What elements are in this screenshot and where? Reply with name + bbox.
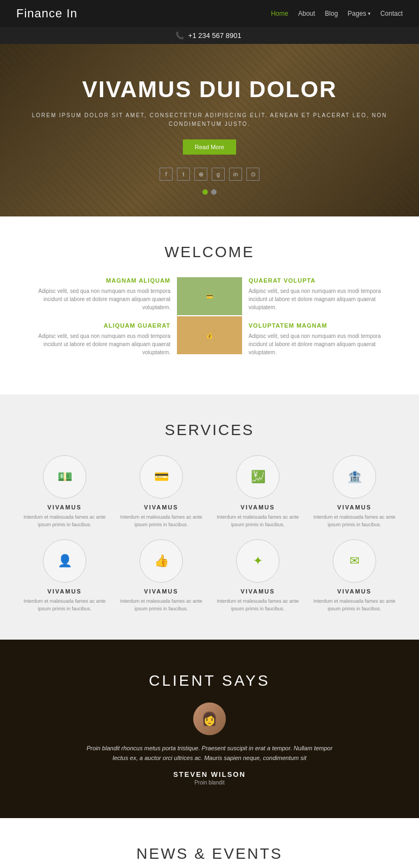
service-icon-1: 💵 — [58, 470, 72, 484]
service-label-2: VIVAMUS — [118, 504, 204, 510]
client-section: CLIENT SAYS 👩 Proin blandit rhoncus metu… — [0, 640, 419, 818]
welcome-item-1: MAGNAM ALIQUAM Adipisc velit, sed qua no… — [22, 277, 170, 311]
social-icons: f t ⊕ g in ⊙ — [22, 168, 397, 181]
welcome-item-3: QUAERAT VOLUPTA Adipisc velit, sed qua n… — [249, 277, 397, 311]
news-section: NEWS & EVENTS Nov 24 💬 2 comments ♡ 3490… — [0, 818, 419, 868]
service-circle-3: 💹 — [236, 455, 280, 499]
service-item-5: 👤 VIVAMUS Interdum et malesuada fames ac… — [22, 539, 107, 612]
welcome-item-4: VOLUPTATEM MAGNAM Adipisc velit, sed qua… — [249, 322, 397, 356]
welcome-left: MAGNAM ALIQUAM Adipisc velit, sed qua no… — [22, 277, 177, 367]
service-item-2: 💳 VIVAMUS Interdum et malesuada fames ac… — [118, 455, 204, 528]
client-avatar: 👩 — [193, 703, 226, 735]
news-title: NEWS & EVENTS — [22, 845, 397, 863]
service-label-7: VIVAMUS — [215, 588, 301, 595]
client-title: CLIENT SAYS — [22, 672, 397, 690]
service-text-6: Interdum et malesuada fames ac ante ipsu… — [118, 598, 204, 612]
services-section: SERVICES 💵 VIVAMUS Interdum et malesuada… — [0, 394, 419, 640]
service-text-3: Interdum et malesuada fames ac ante ipsu… — [215, 514, 301, 528]
nav-contact[interactable]: Contact — [380, 10, 403, 17]
service-icon-4: 🏦 — [347, 470, 362, 484]
slider-dot-2[interactable] — [211, 189, 217, 195]
service-text-7: Interdum et malesuada fames ac ante ipsu… — [215, 598, 301, 612]
phone-number: +1 234 567 8901 — [188, 31, 242, 40]
google-plus-icon[interactable]: g — [212, 168, 225, 181]
service-label-5: VIVAMUS — [22, 588, 107, 595]
service-item-7: ✦ VIVAMUS Interdum et malesuada fames ac… — [215, 539, 301, 612]
nav-blog[interactable]: Blog — [325, 10, 338, 17]
client-quote: Proin blandit rhoncus metus porta tristi… — [85, 744, 334, 763]
phone-bar: 📞 +1 234 567 8901 — [0, 27, 419, 44]
services-title: SERVICES — [22, 422, 397, 439]
slider-dots — [22, 189, 397, 195]
service-label-1: VIVAMUS — [22, 504, 107, 510]
service-item-6: 👍 VIVAMUS Interdum et malesuada fames ac… — [118, 539, 204, 612]
chevron-down-icon: ▾ — [368, 11, 371, 16]
header: Finance In Home About Blog Pages ▾ Conta… — [0, 0, 419, 27]
welcome-item-1-text: Adipisc velit, sed qua non numquam eus m… — [22, 287, 170, 311]
nav-pages[interactable]: Pages ▾ — [348, 10, 371, 17]
linkedin-icon[interactable]: in — [229, 168, 242, 181]
welcome-item-4-text: Adipisc velit, sed qua non numquam eus m… — [249, 332, 397, 356]
service-text-8: Interdum et malesuada fames ac ante ipsu… — [312, 598, 397, 612]
service-label-6: VIVAMUS — [118, 588, 204, 595]
welcome-item-2-heading: ALIQUAM GUAERAT — [22, 322, 170, 329]
welcome-item-2-text: Adipisc velit, sed qua non numquam eus m… — [22, 332, 170, 356]
hero-section: VIVAMUS DUI DOLOR LOREM IPSUM DOLOR SIT … — [0, 44, 419, 216]
hero-content: VIVAMUS DUI DOLOR LOREM IPSUM DOLOR SIT … — [22, 76, 397, 195]
hero-subtitle: LOREM IPSUM DOLOR SIT AMET, CONSECTETUR … — [22, 111, 397, 129]
main-nav: Home About Blog Pages ▾ Contact — [271, 10, 403, 17]
service-item-1: 💵 VIVAMUS Interdum et malesuada fames ac… — [22, 455, 107, 528]
client-name: STEVEN WILSON — [22, 770, 397, 778]
service-label-4: VIVAMUS — [312, 504, 397, 510]
welcome-images: 💳 💰 — [177, 277, 242, 354]
instagram-icon[interactable]: ⊙ — [246, 168, 259, 181]
client-subtitle: Proin blandit — [22, 780, 397, 786]
service-text-1: Interdum et malesuada fames ac ante ipsu… — [22, 514, 107, 528]
welcome-item-1-heading: MAGNAM ALIQUAM — [22, 277, 170, 284]
facebook-icon[interactable]: f — [160, 168, 173, 181]
service-circle-8: ✉ — [333, 539, 376, 583]
service-icon-6: 👍 — [154, 554, 169, 568]
service-text-4: Interdum et malesuada fames ac ante ipsu… — [312, 514, 397, 528]
phone-icon: 📞 — [175, 31, 184, 40]
welcome-section: WELCOME MAGNAM ALIQUAM Adipisc velit, se… — [0, 216, 419, 394]
service-item-4: 🏦 VIVAMUS Interdum et malesuada fames ac… — [312, 455, 397, 528]
services-grid: 💵 VIVAMUS Interdum et malesuada fames ac… — [22, 455, 397, 612]
welcome-grid: MAGNAM ALIQUAM Adipisc velit, sed qua no… — [22, 277, 397, 367]
service-label-3: VIVAMUS — [215, 504, 301, 510]
service-circle-4: 🏦 — [333, 455, 376, 499]
service-icon-7: ✦ — [253, 554, 263, 568]
service-icon-2: 💳 — [154, 470, 169, 484]
logo: Finance In — [16, 7, 78, 21]
rss-icon[interactable]: ⊕ — [194, 168, 207, 181]
service-icon-8: ✉ — [350, 554, 359, 568]
welcome-right: QUAERAT VOLUPTA Adipisc velit, sed qua n… — [242, 277, 397, 367]
service-circle-1: 💵 — [43, 455, 86, 499]
service-item-3: 💹 VIVAMUS Interdum et malesuada fames ac… — [215, 455, 301, 528]
service-circle-2: 💳 — [139, 455, 183, 499]
service-text-5: Interdum et malesuada fames ac ante ipsu… — [22, 598, 107, 612]
service-circle-6: 👍 — [139, 539, 183, 583]
hero-title: VIVAMUS DUI DOLOR — [22, 76, 397, 103]
service-item-8: ✉ VIVAMUS Interdum et malesuada fames ac… — [312, 539, 397, 612]
welcome-item-3-heading: QUAERAT VOLUPTA — [249, 277, 397, 284]
read-more-button[interactable]: Read More — [183, 139, 236, 155]
service-icon-3: 💹 — [251, 470, 265, 484]
welcome-item-4-heading: VOLUPTATEM MAGNAM — [249, 322, 397, 329]
twitter-icon[interactable]: t — [177, 168, 190, 181]
welcome-image-1: 💳 — [177, 277, 242, 315]
nav-home[interactable]: Home — [271, 10, 288, 17]
service-circle-5: 👤 — [43, 539, 86, 583]
welcome-item-3-text: Adipisc velit, sed qua non numquam eus m… — [249, 287, 397, 311]
welcome-item-2: ALIQUAM GUAERAT Adipisc velit, sed qua n… — [22, 322, 170, 356]
service-circle-7: ✦ — [236, 539, 280, 583]
service-icon-5: 👤 — [58, 554, 72, 568]
welcome-title: WELCOME — [22, 244, 397, 261]
nav-about[interactable]: About — [298, 10, 315, 17]
avatar-image: 👩 — [193, 703, 226, 735]
service-label-8: VIVAMUS — [312, 588, 397, 595]
welcome-image-2: 💰 — [177, 316, 242, 354]
slider-dot-1[interactable] — [202, 189, 208, 195]
service-text-2: Interdum et malesuada fames ac ante ipsu… — [118, 514, 204, 528]
